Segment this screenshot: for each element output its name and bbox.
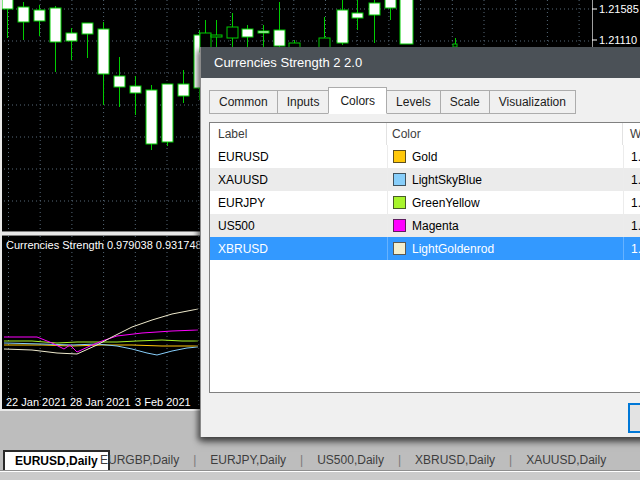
dialog-titlebar[interactable]: Currencies Strength 2 2.0 [201,47,640,78]
listview-rows: EURUSDGold1. —XAUUSDLightSkyBlue1. —EURJ… [210,145,640,260]
cell-label: XBRUSD [210,237,387,260]
table-row-eurjpy[interactable]: EURJPYGreenYellow1. — [210,191,640,214]
date-label: 3 Feb 2021 [135,396,191,408]
candle-body [337,10,348,43]
cell-label: EURUSD [210,145,387,168]
color-name: GreenYellow [412,196,480,210]
chart-tab-us500[interactable]: US500,Daily [303,453,398,467]
metatrader-screen: 1.215851.21110 Currencies Strength 0.979… [0,0,640,480]
candle-body [178,84,189,96]
candle-body [400,0,413,44]
dialog-tab-levels[interactable]: Levels [386,90,441,114]
colors-listview[interactable]: LabelColorWidth EURUSDGold1. —XAUUSDLigh… [209,122,640,393]
candle-body [66,33,77,41]
color-name: LightGoldenrod [412,242,494,256]
candle-body [369,3,380,15]
dialog-tab-bar: CommonInputsColorsLevelsScaleVisualizati… [209,87,575,114]
listview-header: LabelColorWidth [210,123,640,145]
color-name: Magenta [412,219,459,233]
candle-body [98,29,109,74]
cell-width: 1. — [623,214,640,237]
color-swatch [393,173,406,186]
column-header-color[interactable]: Color [387,123,623,145]
indicator-properties-dialog: Currencies Strength 2 2.0 CommonInputsCo… [200,47,640,437]
indicator-line-eurusd [4,345,198,346]
cell-label: XAUUSD [210,168,387,191]
price-label: 1.21110 [599,34,637,46]
cell-label: EURJPY [210,191,387,214]
candle-body [385,0,396,8]
cell-color: GreenYellow [387,191,623,214]
color-swatch [393,150,406,163]
dialog-tab-inputs[interactable]: Inputs [277,90,330,114]
color-swatch [393,219,406,232]
candle-body [258,31,269,33]
column-header-width[interactable]: Width [623,123,640,145]
candle-body [242,29,253,37]
candle-body [34,10,45,21]
chart-tab-xbrusd[interactable]: XBRUSD,Daily [401,453,509,467]
table-row-us500[interactable]: US500Magenta1. — [210,214,640,237]
indicator-title: Currencies Strength 0.979038 0.931748 1.… [6,239,232,251]
cell-width: 1. — [623,237,640,260]
table-row-xbrusd[interactable]: XBRUSDLightGoldenrod1. — [210,237,640,260]
candle-body [146,90,157,144]
candle-body [82,23,93,34]
cell-color: Gold [387,145,623,168]
cell-width: 1. — [623,168,640,191]
color-name: Gold [412,150,437,164]
ok-button[interactable] [628,403,640,433]
cell-color: LightSkyBlue [387,168,623,191]
candle-body [352,13,363,18]
candle-body [50,8,61,42]
cell-width: 1. — [623,191,640,214]
candle-body [162,84,173,142]
candle-body [2,0,13,9]
table-row-eurusd[interactable]: EURUSDGold1. — [210,145,640,168]
date-label: 22 Jan 2021 [6,396,67,408]
color-swatch [393,196,406,209]
candle-body [114,76,125,87]
cell-color: LightGoldenrod [387,237,623,260]
dialog-tab-common[interactable]: Common [209,90,278,114]
chart-tab-list: EURGBP,Daily|EURJPY,Daily|US500,Daily|XB… [86,450,620,470]
candle-body [130,86,141,93]
price-label: 1.21585 [599,3,639,15]
color-name: LightSkyBlue [412,173,482,187]
chart-tab-bar: EURUSD,Daily EURGBP,Daily|EURJPY,Daily|U… [0,450,640,470]
status-strip [0,470,640,480]
dialog-tab-colors[interactable]: Colors [328,87,387,114]
chart-tab-xauusd[interactable]: XAUUSD,Daily [512,453,620,467]
dialog-tab-scale[interactable]: Scale [440,90,490,114]
cell-color: Magenta [387,214,623,237]
column-header-label[interactable]: Label [210,123,387,145]
chart-tab-eurjpy[interactable]: EURJPY,Daily [196,453,300,467]
table-row-xauusd[interactable]: XAUUSDLightSkyBlue1. — [210,168,640,191]
date-label: 28 Jan 2021 [70,396,131,408]
candle-body [211,35,222,37]
color-swatch [393,242,406,255]
chart-tab-eurgbp[interactable]: EURGBP,Daily [86,453,193,467]
cell-width: 1. — [623,145,640,168]
candle-body [227,27,238,38]
cell-label: US500 [210,214,387,237]
dialog-tab-visualization[interactable]: Visualization [489,90,576,114]
candle-body [274,30,285,46]
candle-body [18,7,29,22]
